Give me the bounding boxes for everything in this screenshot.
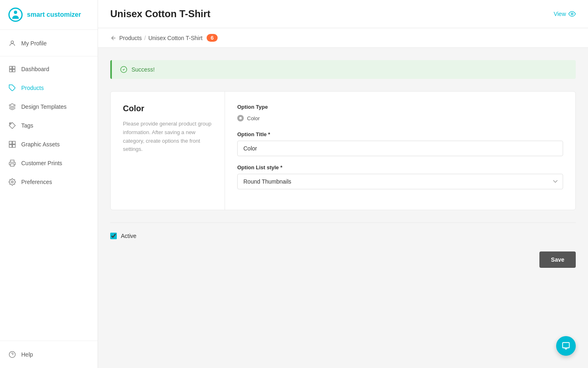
eye-icon bbox=[568, 10, 576, 18]
sidebar-item-tags[interactable]: Tags bbox=[0, 116, 98, 135]
svg-rect-3 bbox=[9, 66, 12, 69]
tag-icon bbox=[8, 84, 16, 92]
active-row: Active bbox=[110, 233, 576, 239]
form-fields-panel: Option Type Color Option Title * Option … bbox=[225, 92, 575, 210]
form-sidebar-title: Color bbox=[123, 104, 212, 113]
svg-rect-5 bbox=[9, 70, 12, 72]
active-label: Active bbox=[121, 233, 136, 239]
breadcrumb-back-button[interactable] bbox=[110, 35, 117, 41]
form-info-panel: Color Please provide general product gro… bbox=[111, 92, 225, 210]
option-title-label: Option Title * bbox=[237, 131, 563, 137]
main-content: Unisex Cotton T-Shirt View Products / Un… bbox=[98, 0, 588, 368]
view-label: View bbox=[554, 11, 566, 17]
sidebar-nav: My Profile Dashboard Products bbox=[0, 30, 98, 341]
option-title-input[interactable] bbox=[237, 141, 563, 156]
breadcrumb-products-link[interactable]: Products bbox=[119, 35, 142, 41]
breadcrumb-separator: / bbox=[144, 35, 146, 41]
content-area: Success! Color Please provide general pr… bbox=[98, 48, 588, 368]
success-alert: Success! bbox=[110, 60, 576, 79]
sidebar-item-design-templates[interactable]: Design Templates bbox=[0, 97, 98, 116]
svg-point-13 bbox=[11, 181, 13, 183]
user-icon bbox=[8, 39, 16, 47]
active-checkbox[interactable] bbox=[110, 233, 117, 239]
chat-icon bbox=[561, 341, 570, 350]
svg-rect-18 bbox=[563, 343, 570, 348]
sidebar-item-dashboard[interactable]: Dashboard bbox=[0, 60, 98, 79]
svg-rect-4 bbox=[13, 66, 15, 69]
sidebar-label-graphic-assets: Graphic Assets bbox=[21, 141, 60, 148]
option-list-style-group: Option List style * Round Thumbnails Squ… bbox=[237, 164, 563, 189]
form-card: Color Please provide general product gro… bbox=[110, 91, 576, 210]
option-type-label: Option Type bbox=[237, 104, 563, 110]
svg-rect-11 bbox=[13, 145, 16, 148]
sidebar-item-products[interactable]: Products bbox=[0, 79, 98, 97]
svg-point-2 bbox=[11, 41, 13, 43]
save-button[interactable]: Save bbox=[539, 251, 576, 268]
content-divider bbox=[110, 222, 576, 223]
sidebar-item-customer-prints[interactable]: Customer Prints bbox=[0, 154, 98, 173]
breadcrumb-badge: 6 bbox=[207, 34, 218, 42]
sidebar-label-my-profile: My Profile bbox=[21, 40, 47, 47]
svg-rect-6 bbox=[13, 70, 15, 72]
view-link[interactable]: View bbox=[554, 10, 576, 18]
prints-icon bbox=[8, 159, 16, 167]
sidebar-bottom: Help bbox=[0, 341, 98, 368]
sidebar-label-dashboard: Dashboard bbox=[21, 66, 49, 72]
svg-rect-8 bbox=[9, 141, 12, 144]
option-list-style-label: Option List style * bbox=[237, 164, 563, 171]
sidebar-label-tags: Tags bbox=[21, 122, 33, 129]
sidebar-item-preferences[interactable]: Preferences bbox=[0, 173, 98, 191]
breadcrumb-current-page: Unisex Cotton T-Shirt bbox=[148, 35, 203, 41]
option-title-group: Option Title * bbox=[237, 131, 563, 156]
graphic-icon bbox=[8, 140, 16, 148]
sidebar-item-my-profile[interactable]: My Profile bbox=[0, 34, 98, 53]
design-icon bbox=[8, 103, 16, 111]
chat-fab-button[interactable] bbox=[556, 336, 576, 356]
save-button-row: Save bbox=[110, 251, 576, 268]
sidebar-label-help: Help bbox=[21, 351, 33, 358]
dashboard-icon bbox=[8, 65, 16, 73]
option-type-value: Color bbox=[247, 115, 260, 121]
option-type-radio[interactable] bbox=[237, 115, 244, 121]
svg-rect-12 bbox=[11, 164, 14, 166]
tags-icon bbox=[8, 121, 16, 130]
page-title: Unisex Cotton T-Shirt bbox=[110, 8, 210, 20]
sidebar-label-customer-prints: Customer Prints bbox=[21, 160, 62, 166]
sidebar-item-graphic-assets[interactable]: Graphic Assets bbox=[0, 135, 98, 154]
form-sidebar-description: Please provide general product group inf… bbox=[123, 120, 212, 154]
svg-rect-10 bbox=[9, 145, 12, 148]
check-circle-icon bbox=[120, 66, 127, 73]
breadcrumb: Products / Unisex Cotton T-Shirt 6 bbox=[98, 28, 588, 48]
svg-point-0 bbox=[9, 8, 22, 21]
sidebar-item-help[interactable]: Help bbox=[0, 345, 98, 364]
sidebar-label-preferences: Preferences bbox=[21, 179, 52, 185]
svg-rect-9 bbox=[13, 141, 16, 144]
sidebar-label-products: Products bbox=[21, 85, 44, 91]
svg-point-16 bbox=[571, 13, 573, 15]
help-icon bbox=[8, 350, 16, 359]
svg-point-1 bbox=[14, 11, 17, 14]
option-type-group: Option Type Color bbox=[237, 104, 563, 121]
option-list-style-select[interactable]: Round Thumbnails Square Thumbnails Dropd… bbox=[237, 174, 563, 189]
logo-text: smart customizer bbox=[27, 11, 81, 18]
nav-divider-1 bbox=[0, 56, 98, 56]
logo-area: smart customizer bbox=[0, 0, 98, 30]
option-type-row: Color bbox=[237, 115, 563, 121]
logo-icon bbox=[8, 7, 23, 22]
alert-message: Success! bbox=[131, 66, 155, 73]
prefs-icon bbox=[8, 178, 16, 186]
sidebar: smart customizer My Profile Dashboard bbox=[0, 0, 98, 368]
sidebar-label-design-templates: Design Templates bbox=[21, 103, 67, 110]
main-header: Unisex Cotton T-Shirt View bbox=[98, 0, 588, 28]
